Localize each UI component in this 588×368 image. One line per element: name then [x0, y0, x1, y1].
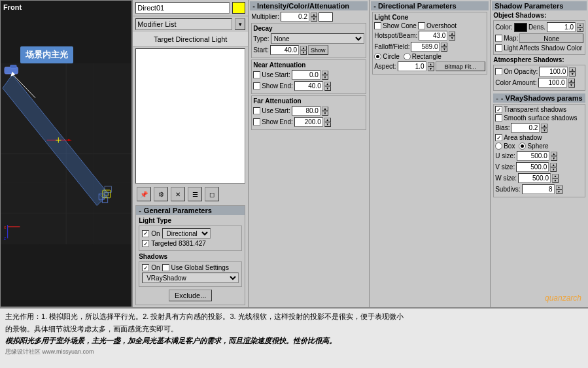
- vray-params-header[interactable]: - - VRayShadows params: [493, 93, 585, 103]
- bitmap-fit-button[interactable]: Bitmap Fit...: [436, 61, 486, 71]
- overshoot-checkbox[interactable]: [418, 22, 425, 29]
- hotspot-up[interactable]: ▲: [449, 31, 455, 36]
- smooth-checkbox[interactable]: [495, 114, 502, 122]
- bottom-line1: 主光作用：1. 模拟阳光，所以选择平行光。2. 投射具有方向感的投影。3. 光线…: [5, 311, 583, 322]
- transparent-checkbox[interactable]: [495, 106, 502, 113]
- far-end-input[interactable]: [294, 117, 323, 127]
- subdivs-up[interactable]: ▲: [556, 185, 562, 190]
- show-cone-checkbox[interactable]: [374, 22, 381, 29]
- near-end-down[interactable]: ▼: [324, 86, 331, 91]
- hotspot-input[interactable]: [419, 31, 447, 41]
- falloff-down[interactable]: ▼: [441, 47, 447, 52]
- dens-down[interactable]: ▼: [577, 27, 583, 32]
- targeted-checkbox[interactable]: [142, 240, 149, 247]
- modifier-list-arrow[interactable]: ▼: [235, 18, 245, 30]
- exclude-button[interactable]: Exclude...: [169, 290, 212, 301]
- box-radio-container[interactable]: Box: [495, 142, 515, 150]
- near-start-up[interactable]: ▲: [322, 71, 328, 75]
- show-button[interactable]: Show: [308, 45, 328, 55]
- circle-radio[interactable]: [374, 53, 381, 60]
- far-start-input[interactable]: [292, 106, 320, 116]
- aspect-up[interactable]: ▲: [428, 62, 434, 67]
- near-end-up[interactable]: ▲: [324, 82, 331, 86]
- decay-type-dropdown[interactable]: None: [271, 33, 365, 44]
- area-shadow-checkbox[interactable]: [495, 134, 502, 141]
- subdivs-input[interactable]: [522, 184, 555, 194]
- aspect-input[interactable]: [398, 61, 426, 71]
- rectangle-radio-container[interactable]: Rectangle: [404, 53, 441, 60]
- light-type-dropdown[interactable]: Directional: [162, 228, 211, 239]
- falloff-up[interactable]: ▲: [441, 42, 447, 47]
- w-size-input[interactable]: [518, 173, 551, 183]
- color-box[interactable]: [319, 12, 333, 22]
- general-params-header[interactable]: - General Parameters: [136, 206, 245, 215]
- u-size-down[interactable]: ▼: [551, 156, 557, 161]
- v-size-up[interactable]: ▲: [550, 163, 557, 167]
- bias-down[interactable]: ▼: [541, 128, 547, 133]
- far-end-down[interactable]: ▼: [324, 122, 331, 127]
- shadows-on-checkbox[interactable]: [142, 264, 149, 271]
- multiplier-up[interactable]: ▲: [311, 12, 317, 17]
- start-down[interactable]: ▼: [300, 50, 307, 55]
- near-show-checkbox[interactable]: [253, 82, 260, 90]
- modifier-list-dropdown[interactable]: Modifier List: [135, 18, 232, 30]
- hotspot-down[interactable]: ▼: [449, 36, 455, 41]
- near-start-down[interactable]: ▼: [322, 75, 328, 80]
- opacity-up[interactable]: ▲: [569, 67, 576, 72]
- rectangle-radio[interactable]: [404, 53, 411, 60]
- far-start-down[interactable]: ▼: [322, 111, 328, 116]
- box-radio[interactable]: [495, 142, 502, 150]
- sphere-radio[interactable]: [519, 142, 526, 150]
- circle-radio-container[interactable]: Circle: [374, 53, 400, 60]
- multiplier-input[interactable]: [281, 12, 309, 22]
- color-amount-down[interactable]: ▼: [568, 83, 575, 88]
- far-atten-label: Far Attenuation: [253, 97, 364, 105]
- sphere-radio-container[interactable]: Sphere: [519, 142, 548, 150]
- shadow-color-swatch[interactable]: [514, 23, 527, 32]
- shadow-type-dropdown[interactable]: VRayShadow: [142, 273, 239, 283]
- far-show-checkbox[interactable]: [253, 118, 260, 125]
- start-up[interactable]: ▲: [300, 46, 307, 50]
- dens-input[interactable]: [547, 22, 576, 32]
- object-name-input[interactable]: [135, 2, 230, 14]
- near-start-input[interactable]: [292, 70, 320, 80]
- shadow-params-header[interactable]: Shadow Parameters: [492, 1, 587, 10]
- opacity-down[interactable]: ▼: [569, 72, 576, 76]
- multiplier-down[interactable]: ▼: [311, 17, 317, 22]
- far-end-up[interactable]: ▲: [324, 118, 331, 122]
- light-affects-shadow-checkbox[interactable]: [495, 44, 502, 52]
- subdivs-down[interactable]: ▼: [556, 190, 562, 194]
- use-global-checkbox[interactable]: [162, 264, 169, 271]
- far-use-checkbox[interactable]: [253, 107, 260, 114]
- w-size-up[interactable]: ▲: [552, 174, 559, 178]
- aspect-down[interactable]: ▼: [428, 67, 434, 71]
- atm-on-checkbox[interactable]: [495, 68, 502, 75]
- map-none-button[interactable]: None: [519, 33, 583, 43]
- w-size-down[interactable]: ▼: [552, 178, 559, 183]
- opacity-input[interactable]: [539, 67, 568, 76]
- pin-stack-icon[interactable]: 📌: [137, 187, 151, 201]
- dens-up[interactable]: ▲: [577, 23, 583, 27]
- remove-mod-icon[interactable]: ✕: [171, 187, 185, 201]
- on-checkbox[interactable]: [142, 230, 149, 237]
- u-size-input[interactable]: [517, 151, 549, 161]
- bias-input[interactable]: [511, 123, 540, 133]
- configure-mod-icon[interactable]: ☰: [188, 187, 202, 201]
- start-input[interactable]: [270, 45, 299, 55]
- directional-header[interactable]: - Directional Parameters: [371, 1, 489, 10]
- near-use-checkbox[interactable]: [253, 71, 260, 78]
- color-amount-input[interactable]: [538, 78, 567, 88]
- falloff-input[interactable]: [411, 42, 440, 52]
- u-size-up[interactable]: ▲: [551, 152, 557, 156]
- object-color-swatch[interactable]: [232, 2, 245, 14]
- unique-icon[interactable]: ⚙: [154, 187, 168, 201]
- bias-up[interactable]: ▲: [541, 124, 547, 128]
- v-size-input[interactable]: [516, 162, 549, 172]
- make-unique-icon[interactable]: ◻: [205, 187, 219, 201]
- map-checkbox[interactable]: [495, 35, 502, 42]
- intensity-header[interactable]: - Intensity/Color/Attenuation: [250, 1, 368, 10]
- color-amount-up[interactable]: ▲: [568, 78, 575, 83]
- v-size-down[interactable]: ▼: [550, 167, 557, 172]
- near-end-input[interactable]: [294, 81, 323, 91]
- far-start-up[interactable]: ▲: [322, 107, 328, 111]
